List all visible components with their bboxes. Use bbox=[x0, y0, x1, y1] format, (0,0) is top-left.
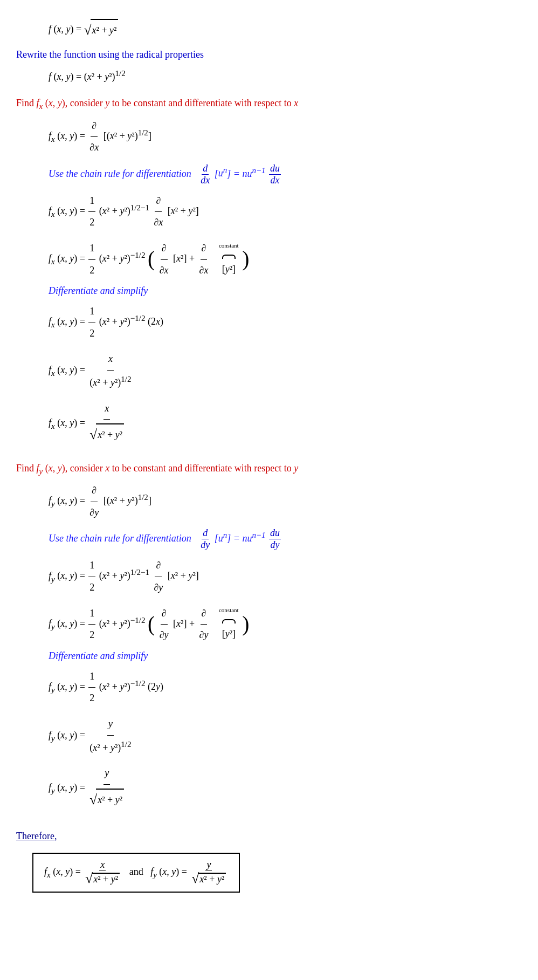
fx-step2: fx (x, y) = 1 2 (x² + y²)−1/2 ( ∂ ∂x [x²… bbox=[49, 238, 522, 281]
fy-simplified2: fy (x, y) = y (x² + y²)1/2 bbox=[49, 714, 522, 758]
diff-simplify-y: Differentiate and simplify bbox=[49, 650, 522, 662]
find-fy-header: Find fy (x, y), consider x to be constan… bbox=[16, 463, 522, 476]
fx-simplified1: fx (x, y) = 1 2 (x² + y²)−1/2 (2x) bbox=[49, 301, 522, 344]
fx-definition: fx (x, y) = ∂ ∂x [(x² + y²)1/2] bbox=[49, 115, 522, 159]
fx-final: fx (x, y) = x √ x² + y² bbox=[49, 398, 522, 450]
fy-simplified1: fy (x, y) = 1 2 (x² + y²)−1/2 (2y) bbox=[49, 666, 522, 709]
final-result-box: fx (x, y) = x √ x² + y² and fy (x, y) = … bbox=[32, 853, 240, 893]
fy-final: fy (x, y) = y √ x² + y² bbox=[49, 763, 522, 814]
fy-step1: fy (x, y) = 1 2 (x² + y²)1/2−1 ∂ ∂y [x² … bbox=[49, 555, 522, 598]
diff-simplify-x: Differentiate and simplify bbox=[49, 285, 522, 297]
fx-simplified2: fx (x, y) = x (x² + y²)1/2 bbox=[49, 348, 522, 393]
chain-rule-hint-x: Use the chain rule for differentiation d… bbox=[49, 163, 522, 186]
fy-step2: fy (x, y) = 1 2 (x² + y²)−1/2 ( ∂ ∂y [x²… bbox=[49, 603, 522, 646]
therefore-label: Therefore, bbox=[16, 831, 522, 842]
rewrite-header: Rewrite the function using the radical p… bbox=[16, 49, 522, 60]
find-fx-header: Find fx (x, y), consider y to be constan… bbox=[16, 98, 522, 111]
initial-function: f (x, y) = √ x² + y² bbox=[49, 15, 522, 45]
fy-definition: fy (x, y) = ∂ ∂y [(x² + y²)1/2] bbox=[49, 480, 522, 523]
chain-rule-hint-y: Use the chain rule for differentiation d… bbox=[49, 527, 522, 551]
rewrite-function: f (x, y) = (x² + y²)1/2 bbox=[49, 65, 522, 88]
fx-step1: fx (x, y) = 1 2 (x² + y²)1/2−1 ∂ ∂x [x² … bbox=[49, 190, 522, 234]
